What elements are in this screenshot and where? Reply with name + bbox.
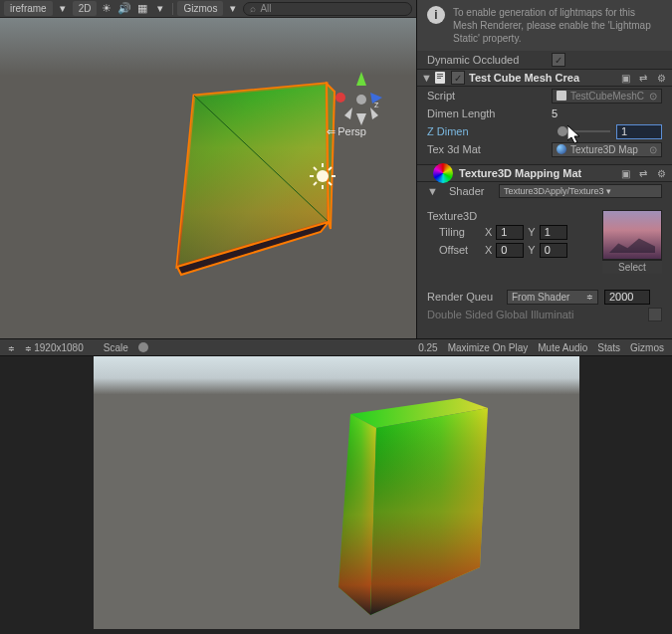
dropdown-icon[interactable]: ▾ (152, 2, 168, 16)
material-title: Texture3D Mapping Mat (459, 167, 618, 179)
svg-rect-24 (437, 76, 443, 77)
stats-toggle[interactable]: Stats (597, 342, 620, 353)
game-viewport[interactable] (94, 356, 579, 629)
svg-line-20 (314, 182, 317, 185)
svg-rect-23 (437, 74, 443, 75)
dynamic-occluded-checkbox[interactable]: ✓ (552, 53, 565, 67)
object-picker-icon[interactable]: ⊙ (649, 144, 657, 155)
preset-icon[interactable]: ⇄ (636, 166, 650, 180)
lightmap-info-box: i To enable generation of lightmaps for … (417, 0, 672, 51)
game-cube-mesh (333, 388, 502, 627)
svg-marker-9 (344, 107, 352, 119)
svg-point-12 (336, 93, 345, 103)
context-menu-icon[interactable]: ⚙ (654, 166, 668, 180)
inspector-panel: i To enable generation of lightmaps for … (416, 0, 672, 338)
scale-label: Scale (104, 342, 128, 353)
foldout-icon[interactable] (421, 167, 433, 179)
maximize-on-play-toggle[interactable]: Maximize On Play (448, 342, 529, 353)
game-toolbar: 1920x1080 Scale 0.25 Maximize On Play Mu… (0, 338, 672, 356)
help-icon[interactable]: ▣ (618, 166, 632, 180)
offset-label: Offset (439, 244, 481, 256)
foldout-icon[interactable]: ▼ (421, 72, 433, 84)
shading-mode-dropdown[interactable]: ireframe (4, 1, 53, 16)
dropdown-icon[interactable]: ▾ (225, 2, 241, 16)
script-icon (557, 91, 566, 101)
tiling-y-input[interactable] (540, 225, 567, 240)
render-queue-dropdown[interactable]: From Shader (507, 290, 598, 305)
script-icon (433, 71, 447, 85)
scene-light-icon[interactable] (309, 162, 336, 190)
mode-2d-toggle[interactable]: 2D (73, 1, 98, 16)
svg-rect-26 (557, 91, 566, 101)
shader-dropdown[interactable]: Texture3DApply/Texture3 ▾ (499, 184, 662, 198)
game-panel (0, 356, 672, 634)
svg-marker-5 (356, 72, 366, 86)
svg-text:z: z (374, 100, 379, 109)
svg-line-19 (329, 182, 332, 185)
svg-marker-30 (338, 414, 376, 615)
lightmap-info-text: To enable generation of lightmaps for th… (453, 6, 662, 45)
foldout-icon[interactable]: ▼ (427, 185, 439, 197)
svg-marker-1 (177, 84, 329, 267)
svg-line-21 (329, 167, 332, 170)
preset-icon[interactable]: ⇄ (636, 71, 650, 85)
dynamic-occluded-label: Dynamic Occluded (427, 54, 552, 66)
scale-value: 0.25 (418, 342, 437, 353)
mute-audio-toggle[interactable]: Mute Audio (538, 342, 587, 353)
svg-rect-25 (437, 78, 441, 79)
svg-point-13 (317, 170, 329, 182)
dimen-length-value[interactable]: 5 (552, 107, 662, 119)
render-queue-label: Render Queu (427, 291, 507, 303)
material-header[interactable]: Texture3D Mapping Mat ▣ ⇄ ⚙ (417, 164, 672, 182)
slider-thumb[interactable] (558, 126, 567, 136)
double-sided-checkbox[interactable] (648, 308, 662, 321)
script-component-title: Test Cube Mesh Crea (469, 72, 618, 84)
material-dot-icon (557, 144, 566, 154)
perspective-label[interactable]: Persp (327, 125, 366, 138)
offset-y-input[interactable] (540, 243, 567, 258)
tiling-label: Tiling (439, 226, 481, 238)
texture-preview[interactable] (602, 210, 662, 260)
tiling-x-input[interactable] (496, 225, 524, 240)
dropdown-icon[interactable]: ▾ (55, 2, 71, 16)
cursor-icon (567, 125, 583, 145)
script-component-header[interactable]: ▼ ✓ Test Cube Mesh Crea ▣ ⇄ ⚙ (417, 69, 672, 87)
svg-point-8 (356, 95, 366, 105)
object-picker-icon[interactable]: ⊙ (649, 91, 657, 102)
texture-slot[interactable]: Select (602, 210, 662, 274)
shader-label: Shader (449, 185, 499, 197)
script-label: Script (427, 90, 552, 102)
gizmos-toggle[interactable]: Gizmos (630, 342, 664, 353)
dimen-length-label: Dimen Length (427, 107, 552, 119)
scene-toolbar: ireframe ▾ 2D ☀ 🔊 ▦ ▾ Gizmos ▾ ⌕All (0, 0, 416, 18)
svg-line-18 (314, 167, 317, 170)
help-icon[interactable]: ▣ (618, 71, 632, 85)
texture3d-label: Texture3D (427, 210, 594, 222)
audio-icon[interactable]: 🔊 (116, 2, 132, 16)
z-dimen-input[interactable] (616, 124, 662, 139)
scene-viewport[interactable]: z Persp (0, 18, 416, 338)
render-queue-input[interactable] (604, 290, 650, 305)
fx-icon[interactable]: ▦ (134, 2, 150, 16)
svg-marker-11 (356, 113, 366, 125)
texture-select-button[interactable]: Select (602, 260, 662, 274)
material-sphere-icon (433, 163, 453, 183)
info-icon: i (427, 6, 445, 24)
aspect-dropdown-left[interactable] (8, 342, 15, 353)
context-menu-icon[interactable]: ⚙ (654, 71, 668, 85)
svg-marker-27 (567, 125, 579, 143)
gizmos-dropdown[interactable]: Gizmos (177, 1, 223, 16)
svg-marker-32 (370, 408, 488, 615)
script-field: TestCubeMeshC ⊙ (552, 89, 662, 104)
offset-x-input[interactable] (496, 243, 524, 258)
z-dimen-label[interactable]: Z Dimen (427, 125, 552, 137)
component-enabled-checkbox[interactable]: ✓ (451, 71, 465, 85)
light-icon[interactable]: ☀ (99, 2, 114, 16)
scene-panel: ireframe ▾ 2D ☀ 🔊 ▦ ▾ Gizmos ▾ ⌕All (0, 0, 416, 338)
z-dimen-slider[interactable] (558, 130, 610, 132)
scene-search-input[interactable]: ⌕All (243, 2, 412, 16)
tex3d-mat-label: Tex 3d Mat (427, 143, 552, 155)
resolution-dropdown[interactable]: 1920x1080 (25, 342, 84, 353)
scale-slider[interactable] (138, 342, 148, 352)
double-sided-label: Double Sided Global Illuminati (427, 309, 648, 320)
